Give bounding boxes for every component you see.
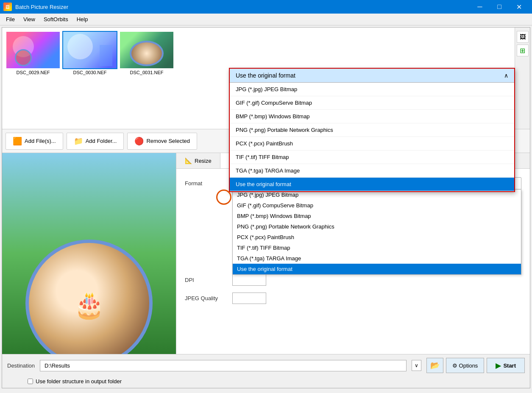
jpeg-quality-input[interactable] [232, 293, 266, 304]
format-option-original[interactable]: Use the original format [233, 264, 521, 274]
jpeg-quality-row: JPEG Quality [185, 293, 521, 304]
app-icon: 🖼 [3, 3, 12, 11]
thumb-name-2: DSC_0030.NEF [73, 70, 107, 75]
big-option-png[interactable]: PNG (*.png) Portable Network Graphics [230, 123, 514, 137]
big-dropdown-header-text: Use the original format [236, 72, 295, 79]
main-window: DSC_0029.NEF DSC_0030.NEF DSC_0031.NEF [2, 27, 530, 388]
thumb-img-1 [6, 32, 60, 68]
dpi-input[interactable] [232, 274, 266, 286]
remove-icon: 🔴 [134, 137, 144, 146]
big-option-tga[interactable]: TGA (*.tga) TARGA Image [230, 164, 514, 178]
destination-label: Destination [7, 362, 35, 369]
options-button[interactable]: ⚙ Options [446, 358, 484, 373]
add-files-icon: 🟧 [13, 137, 22, 146]
format-option-tga[interactable]: TGA (*.tga) TARGA Image [233, 253, 521, 264]
big-option-original[interactable]: Use the original format [230, 178, 514, 191]
format-option-png[interactable]: PNG (*.png) Portable Network Graphics [233, 221, 521, 232]
dpi-label: DPI [185, 277, 227, 283]
minimize-button[interactable]: ─ [470, 0, 490, 14]
format-label: Format [185, 180, 227, 187]
settings-content: Format Use the original format ∨ JPG (*.… [176, 169, 530, 354]
big-dropdown-overlay: Use the original format ∧ JPG (*.jpg) JP… [229, 68, 515, 192]
format-option-bmp[interactable]: BMP (*.bmp) Windows Bitmap [233, 211, 521, 221]
thumb-box-2 [62, 31, 117, 69]
remove-selected-button[interactable]: 🔴 Remove Selected [127, 133, 197, 150]
big-option-jpg[interactable]: JPG (*.jpg) JPEG Bitmap [230, 83, 514, 96]
sidebar-right: 🖼 ⊞ [515, 28, 530, 129]
close-button[interactable]: ✕ [509, 0, 529, 14]
start-icon: ▶ [496, 362, 501, 370]
destination-dropdown-btn[interactable]: ∨ [412, 360, 421, 371]
browse-folder-icon: 📂 [430, 361, 440, 370]
format-option-pcx[interactable]: PCX (*.pcx) PaintBrush [233, 232, 521, 242]
bottom-bar: Destination ∨ 📂 ⚙ Options ▶ Start [2, 354, 530, 376]
menu-bar: File View SoftOrbits Help [0, 14, 532, 25]
gear-icon: ⚙ [452, 362, 457, 369]
bottom-buttons: 📂 ⚙ Options ▶ Start [426, 358, 525, 373]
app-title: Batch Picture Resizer [15, 4, 68, 10]
menu-view[interactable]: View [19, 14, 39, 24]
thumb-name-3: DSC_0031.NEF [130, 70, 164, 75]
add-files-button[interactable]: 🟧 Add File(s)... [6, 133, 63, 150]
tab-resize[interactable]: 📐 Resize [176, 153, 220, 168]
destination-input[interactable] [40, 360, 407, 371]
folder-structure-checkbox[interactable] [28, 379, 33, 384]
big-option-tif[interactable]: TIF (*.tif) TIFF Bitmap [230, 151, 514, 164]
start-button[interactable]: ▶ Start [487, 358, 525, 373]
thumb-box-3 [119, 31, 174, 69]
big-option-gif[interactable]: GIF (*.gif) CompuServe Bitmap [230, 96, 514, 110]
thumb-box-1 [6, 31, 61, 69]
cake-figure: 🎂 [73, 290, 105, 320]
browse-folder-button[interactable]: 📂 [426, 358, 443, 373]
big-dropdown-list: JPG (*.jpg) JPEG Bitmap GIF (*.gif) Comp… [230, 83, 514, 191]
resize-tab-icon: 📐 [185, 157, 192, 164]
sidebar-image-icon[interactable]: 🖼 [517, 31, 529, 43]
folder-structure-label: Use folder structure in output folder [36, 378, 122, 385]
format-dropdown-list: JPG (*.jpg) JPEG Bitmap GIF (*.gif) Comp… [232, 190, 521, 275]
menu-softorbits[interactable]: SoftOrbits [39, 14, 72, 24]
thumb-img-2 [63, 32, 117, 68]
dpi-row: DPI [185, 274, 521, 286]
add-folder-icon: 📁 [74, 137, 83, 146]
sidebar-grid-icon[interactable]: ⊞ [517, 45, 529, 56]
preview-panel: 🎂 [2, 153, 176, 354]
image-thumb-2[interactable]: DSC_0030.NEF [62, 31, 117, 75]
preview-image: 🎂 [2, 153, 176, 354]
image-thumb-1[interactable]: DSC_0029.NEF [6, 31, 61, 75]
big-option-pcx[interactable]: PCX (*.pcx) PaintBrush [230, 137, 514, 151]
tab-resize-label: Resize [195, 158, 212, 164]
format-option-tif[interactable]: TIF (*.tif) TIFF Bitmap [233, 242, 521, 253]
menu-file[interactable]: File [2, 14, 19, 24]
window-controls: ─ □ ✕ [470, 0, 529, 14]
big-dropdown-header[interactable]: Use the original format ∧ [230, 69, 514, 83]
format-option-gif[interactable]: GIF (*.gif) CompuServe Bitmap [233, 200, 521, 211]
checkbox-row: Use folder structure in output folder [2, 376, 530, 388]
big-option-bmp[interactable]: BMP (*.bmp) Windows Bitmap [230, 110, 514, 123]
image-thumb-3[interactable]: DSC_0031.NEF [119, 31, 174, 75]
jpeg-quality-label: JPEG Quality [185, 295, 227, 301]
add-folder-button[interactable]: 📁 Add Folder... [67, 133, 124, 150]
menu-help[interactable]: Help [72, 14, 92, 24]
thumb-name-1: DSC_0029.NEF [17, 70, 50, 75]
title-bar: 🖼 Batch Picture Resizer ─ □ ✕ [0, 0, 532, 14]
thumb-img-3 [120, 32, 173, 68]
big-dropdown-header-arrow: ∧ [504, 72, 508, 79]
maximize-button[interactable]: □ [490, 0, 509, 14]
